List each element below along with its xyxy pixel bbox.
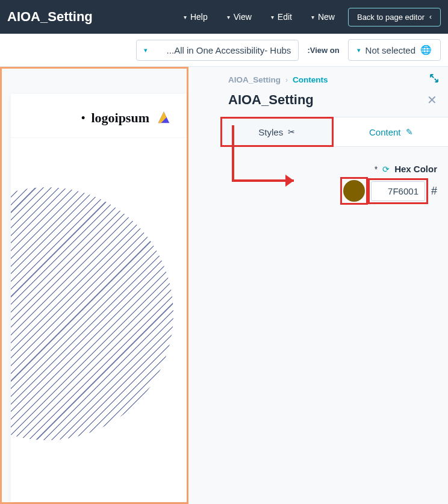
hash-sign: #: [431, 185, 437, 198]
inspector-panel: Contents ‹ AIOA_Setting ✕ AIOA_Setting ✎…: [220, 67, 448, 504]
tab-styles-label: Styles: [258, 127, 283, 137]
view-on-label: View on:: [307, 46, 339, 55]
menu-help-label: Help: [190, 12, 208, 22]
tab-content[interactable]: ✎ Content: [334, 117, 449, 146]
menu-new-label: New: [318, 12, 335, 22]
menu-edit-label: Edit: [278, 12, 292, 22]
breadcrumb: Contents ‹ AIOA_Setting: [228, 75, 328, 84]
logo-mark-icon: [155, 110, 172, 126]
crumb-current: AIOA_Setting: [228, 75, 281, 84]
top-bar: › Back to page editor New ▾ Edit ▾ View …: [0, 0, 448, 34]
hex-color-field: Hex Color ⟳ * #: [220, 147, 448, 219]
caret-down-icon: ▾: [184, 14, 187, 20]
globe-icon: 🌐: [420, 45, 432, 55]
back-button-label: Back to page editor: [357, 13, 425, 22]
toolbar: 🌐 Not selected ▾ View on: All in One Acc…: [0, 34, 448, 67]
required-star: *: [375, 164, 378, 174]
page-title: AIOA_Setting: [7, 9, 93, 25]
mock-header: logoipsum •: [11, 94, 187, 138]
chevron-left-icon: ‹: [285, 76, 288, 84]
refresh-icon[interactable]: ⟳: [382, 164, 390, 174]
preview-frame: logoipsum •: [0, 67, 188, 504]
tab-content-label: Content: [369, 127, 401, 137]
caret-down-icon: ▾: [271, 14, 274, 20]
view-on-value: All in One Accessibility- Hubs...: [167, 45, 291, 55]
expand-icon[interactable]: [429, 73, 440, 87]
domain-selector-label: Not selected: [366, 45, 415, 55]
color-swatch[interactable]: [343, 180, 365, 202]
chevron-right-icon: ›: [429, 13, 432, 21]
logo-text: logoipsum: [91, 110, 149, 126]
mock-page: logoipsum •: [11, 94, 187, 502]
pencil-icon: ✎: [406, 127, 413, 137]
hex-color-input[interactable]: [371, 181, 425, 201]
tab-styles[interactable]: ✂ Styles: [220, 117, 334, 146]
decorative-blob: [11, 187, 173, 440]
menu-view-label: View: [234, 12, 252, 22]
caret-down-icon: ▾: [144, 46, 148, 54]
hex-color-label: Hex Color: [394, 164, 437, 174]
menu-view[interactable]: View ▾: [221, 8, 258, 25]
menu-new[interactable]: New ▾: [305, 8, 341, 25]
menu-edit[interactable]: Edit ▾: [265, 8, 298, 25]
inspector-top-row: Contents ‹ AIOA_Setting: [220, 67, 448, 87]
caret-down-icon: ▾: [227, 14, 230, 20]
preview-pane: logoipsum •: [0, 67, 220, 504]
back-to-editor-button[interactable]: › Back to page editor: [348, 8, 441, 26]
inspector-title: AIOA_Setting: [228, 92, 314, 108]
domain-selector[interactable]: 🌐 Not selected ▾: [348, 39, 441, 61]
logo-dot: •: [81, 112, 85, 125]
view-on-select[interactable]: All in One Accessibility- Hubs... ▾: [136, 40, 299, 61]
tabs: ✎ Content ✂ Styles: [220, 117, 448, 147]
caret-down-icon: ▾: [311, 14, 314, 20]
inspector-title-row: ✕ AIOA_Setting: [220, 87, 448, 117]
expand-svg-icon: [429, 73, 440, 84]
main-area: Contents ‹ AIOA_Setting ✕ AIOA_Setting ✎…: [0, 67, 448, 504]
caret-down-icon: ▾: [357, 46, 361, 54]
menu-help[interactable]: Help ▾: [178, 8, 214, 25]
close-icon[interactable]: ✕: [425, 90, 440, 110]
crumb-contents[interactable]: Contents: [293, 75, 328, 84]
brush-icon: ✂: [288, 127, 295, 137]
